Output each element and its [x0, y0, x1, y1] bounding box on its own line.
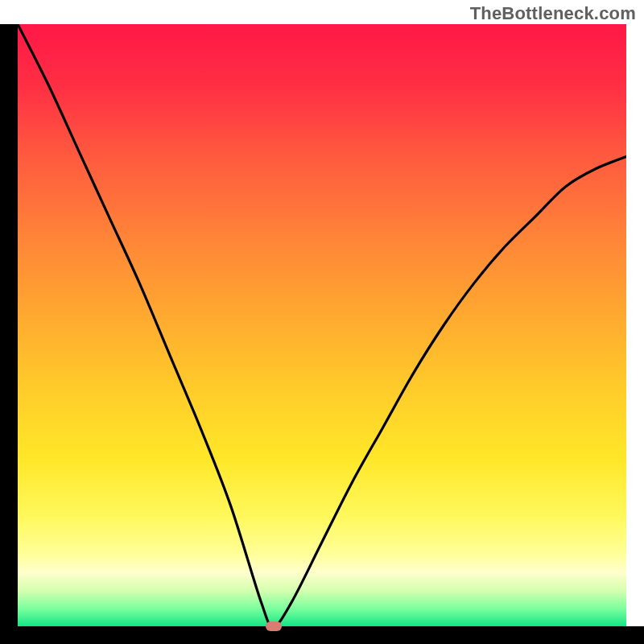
x-axis [0, 626, 644, 644]
chart-container: TheBottleneck.com [0, 0, 644, 644]
curve-layer [18, 24, 626, 626]
watermark-text: TheBottleneck.com [470, 3, 636, 24]
bottleneck-curve [18, 24, 626, 626]
plot [0, 24, 644, 644]
y-axis [0, 24, 18, 626]
minimum-marker [266, 621, 282, 631]
